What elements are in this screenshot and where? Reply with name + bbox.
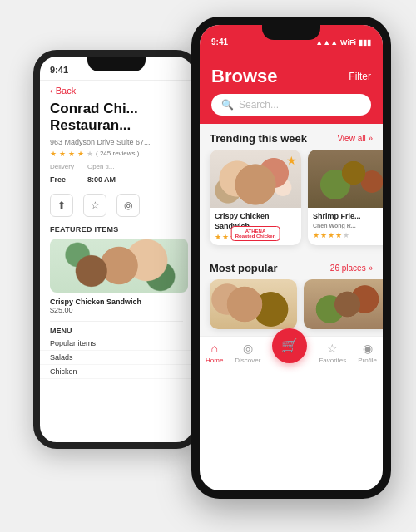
- star-1: ★: [50, 150, 57, 158]
- popular-title: Most popular: [210, 262, 278, 274]
- location-button[interactable]: ◎: [116, 194, 140, 217]
- browse-title: Browse: [211, 66, 277, 87]
- menu-item-chicken[interactable]: Chicken: [40, 365, 193, 379]
- menu-title: MENU: [40, 325, 193, 337]
- open-label: Open ti...: [87, 163, 116, 170]
- discover-label: Discover: [235, 357, 260, 364]
- popular-header: Most popular 26 places »: [200, 254, 383, 279]
- nav-discover[interactable]: ◎ Discover: [235, 342, 260, 364]
- delivery-label: Delivery: [50, 163, 74, 170]
- trend-stars-2: ★ ★ ★ ★ ★: [313, 231, 383, 239]
- ts2-3: ★: [328, 231, 334, 239]
- nav-favorites[interactable]: ☆ Favorites: [319, 342, 346, 364]
- search-input[interactable]: Search...: [239, 99, 279, 111]
- trend-name-2: Shrimp Frie...: [313, 212, 383, 222]
- rating-row: ★ ★ ★ ★ ★ ( 245 reviews ): [40, 148, 193, 160]
- front-time: 9:41: [211, 29, 228, 47]
- home-label: Home: [206, 357, 223, 364]
- restaurant-name: Conrad Chi... Restauran...: [40, 99, 193, 136]
- back-nav[interactable]: ‹ Back: [40, 81, 193, 99]
- featured-title: FEATURED ITEMS: [40, 222, 193, 235]
- search-icon: 🔍: [221, 99, 234, 111]
- featured-image: [50, 239, 188, 293]
- signal-icon: ▲▲▲: [315, 38, 338, 47]
- pop-img-1: [210, 279, 297, 329]
- phones-container: 9:41 ‹ Back Conrad Chi... Restauran... 9…: [17, 17, 399, 515]
- star-3: ★: [68, 150, 75, 158]
- food-photo-2: [308, 150, 383, 208]
- cart-icon: 🛒: [281, 337, 298, 353]
- header-title-row: Browse Filter: [211, 66, 371, 87]
- battery-icon: ▮▮▮: [359, 38, 371, 47]
- ts2-1: ★: [313, 231, 319, 239]
- popular-card-1[interactable]: Conrad Chicago Restaurant 963 Madyson Dr…: [210, 279, 297, 329]
- discover-icon: ◎: [243, 342, 253, 355]
- filter-button[interactable]: Filter: [349, 71, 371, 82]
- featured-item-price: $25.00: [40, 306, 193, 318]
- delivery-info: Delivery Free: [50, 163, 74, 185]
- favorites-label: Favorites: [319, 357, 346, 364]
- action-buttons: ⬆ ☆ ◎: [40, 189, 193, 222]
- favorites-icon: ☆: [327, 342, 338, 355]
- front-header: Browse Filter 🔍 Search...: [200, 49, 383, 124]
- most-popular-section: Most popular 26 places » Conrad Chicago …: [200, 254, 383, 336]
- home-icon: ⌂: [210, 342, 217, 355]
- featured-item-name: Crispy Chicken Sandwich: [40, 296, 193, 306]
- nav-profile[interactable]: ◉ Profile: [358, 342, 377, 364]
- nav-cart-button[interactable]: 🛒: [272, 328, 307, 363]
- review-count: ( 245 reviews ): [96, 150, 139, 157]
- front-phone: 9:41 ▲▲▲ WiFi ▮▮▮ Browse Filter 🔍 Search…: [191, 17, 391, 499]
- trend-card-2[interactable]: Shrimp Frie... Chen Wong R... ★ ★ ★ ★ ★: [308, 150, 383, 245]
- trending-scroll: ★ ATHENARoasted Chicken Crispy Chicken S…: [200, 150, 383, 254]
- menu-item-popular[interactable]: Popular items: [40, 337, 193, 351]
- bookmark-button[interactable]: ☆: [83, 194, 106, 217]
- pop-img-2: [304, 279, 383, 329]
- athena-logo: ATHENARoasted Chicken: [231, 226, 280, 241]
- food-visual: [50, 239, 188, 293]
- status-icons: ▲▲▲ WiFi ▮▮▮: [315, 30, 371, 47]
- star-empty: ★: [87, 150, 93, 158]
- share-button[interactable]: ⬆: [50, 194, 73, 217]
- places-count[interactable]: 26 places »: [330, 264, 373, 273]
- featured-star-badge: ★: [286, 154, 297, 167]
- delivery-info-row: Delivery Free Open ti... 8:00 AM: [40, 160, 193, 189]
- profile-label: Profile: [358, 357, 377, 364]
- popular-card-2[interactable]: [304, 279, 383, 329]
- view-all-trending[interactable]: View all »: [337, 134, 373, 143]
- search-bar[interactable]: 🔍 Search...: [211, 94, 371, 116]
- star-half: ★: [77, 150, 84, 158]
- trending-title: Trending this week: [210, 132, 307, 145]
- front-body: Trending this week View all » ★ ATHENARo…: [200, 124, 383, 336]
- ts2: ★: [222, 233, 229, 241]
- bottom-nav: ⌂ Home ◎ Discover 🛒 ☆ Favorites ◉ Profil…: [200, 336, 383, 371]
- front-notch: [262, 25, 320, 40]
- back-notch: [87, 57, 146, 71]
- delivery-value: Free: [50, 175, 66, 184]
- back-button[interactable]: ‹ Back: [50, 86, 183, 96]
- wifi-icon: WiFi: [340, 38, 356, 47]
- ts2-2: ★: [320, 231, 327, 239]
- restaurant-address: 963 Madyson Drive Suite 67...: [40, 136, 193, 148]
- back-phone: 9:41 ‹ Back Conrad Chi... Restauran... 9…: [33, 50, 200, 449]
- trend-img-2: [308, 150, 383, 208]
- nav-home[interactable]: ⌂ Home: [206, 342, 223, 364]
- profile-icon: ◉: [363, 342, 373, 355]
- trending-header: Trending this week View all »: [200, 124, 383, 150]
- popular-scroll: Conrad Chicago Restaurant 963 Madyson Dr…: [200, 279, 383, 336]
- open-info: Open ti... 8:00 AM: [87, 163, 116, 185]
- divider: [50, 321, 183, 322]
- back-chevron: ‹: [50, 86, 53, 96]
- ts1: ★: [215, 233, 221, 241]
- trend-img-1: ★: [210, 150, 301, 208]
- ts2-5: ★: [343, 231, 349, 239]
- back-time: 9:41: [50, 65, 68, 75]
- ts2-4: ★: [335, 231, 342, 239]
- trend-card-1[interactable]: ★ ATHENARoasted Chicken Crispy Chicken S…: [210, 150, 301, 245]
- menu-item-salads[interactable]: Salads: [40, 351, 193, 365]
- trend-info-2: Shrimp Frie... Chen Wong R... ★ ★ ★ ★ ★: [308, 208, 383, 244]
- star-2: ★: [59, 150, 66, 158]
- trend-subtitle-2: Chen Wong R...: [313, 222, 383, 229]
- open-value: 8:00 AM: [87, 175, 116, 184]
